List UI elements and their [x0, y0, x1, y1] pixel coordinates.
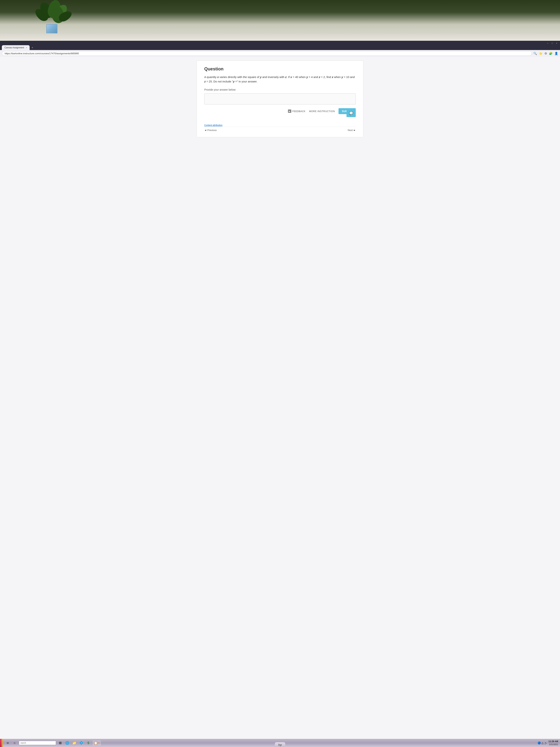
profile-icon[interactable]: 👤 [555, 52, 558, 55]
tab-label: Canvas Assignment [4, 46, 24, 49]
page-content: Question A quantity x varies directly wi… [0, 57, 560, 739]
search-icon[interactable]: 🔍 [533, 52, 537, 55]
feedback-label: FEEDBACK [292, 110, 305, 113]
taskbar-search-area[interactable]: ○ [12, 740, 18, 746]
chat-button[interactable]: 💬 [346, 109, 356, 117]
taskbar-stripe [1, 739, 3, 747]
feedback-button[interactable]: ▶ FEEDBACK [288, 109, 305, 113]
clock-date: 2/21/2021 [549, 743, 558, 746]
window-controls: ─ □ × [546, 42, 558, 45]
minimize-button[interactable]: ─ [546, 42, 549, 45]
previous-button[interactable]: Previous [204, 129, 217, 132]
plant-decoration [33, 0, 70, 37]
answer-input[interactable] [204, 93, 356, 104]
active-tab[interactable]: Canvas Assignment × [2, 45, 30, 50]
system-clock[interactable]: 11:29 AM 2/21/2021 [549, 740, 558, 746]
browser-tabs: Canvas Assignment × + [2, 45, 558, 50]
settings-icon[interactable]: ⚙ [544, 52, 547, 55]
taskbar-right: 🔵 △ 🔊 11:29 AM 2/21/2021 [538, 740, 558, 746]
tray-icon-speaker[interactable]: 🔊 [544, 742, 548, 744]
taskbar-pinned-app[interactable]: 📋25 [92, 740, 101, 746]
windowsill [0, 33, 560, 41]
favorites-icon[interactable]: ⭐ [539, 52, 542, 55]
content-attribution[interactable]: Content attribution [204, 124, 222, 127]
content-wrapper: Question A quantity x varies directly wi… [197, 60, 363, 137]
address-bar[interactable]: https://bartonline.instructure.com/cours… [2, 51, 532, 56]
extensions-icon[interactable]: 🧩 [549, 52, 553, 55]
action-row: ▶ FEEDBACK MORE INSTRUCTION SUBMIT 💬 [204, 108, 356, 114]
tray-icon-2[interactable]: △ [541, 742, 543, 744]
room-background [0, 0, 560, 41]
taskbar: ⊞ ○ ⊞ 🌐 📁 💠 $ 📋25 hp 🔵 △ 🔊 11:29 AM 2/21… [0, 739, 560, 747]
tab-close-icon[interactable]: × [26, 47, 27, 49]
question-title: Question [204, 66, 356, 72]
clock-time: 11:29 AM [549, 740, 558, 743]
taskbar-task-view[interactable]: ⊞ [57, 740, 63, 746]
new-tab-button[interactable]: + [30, 45, 35, 50]
hp-logo: hp [275, 742, 285, 747]
system-tray: 🔵 △ 🔊 [538, 742, 548, 744]
navigation-row: Previous Next [204, 127, 356, 132]
more-instruction-button[interactable]: MORE INSTRUCTION [309, 110, 335, 113]
next-button[interactable]: Next [348, 129, 356, 132]
browser-chrome: ─ □ × Canvas Assignment × + [0, 41, 560, 50]
address-bar-container: https://bartonline.instructure.com/cours… [0, 50, 560, 57]
feedback-icon: ▶ [288, 109, 291, 113]
taskbar-search-input[interactable] [19, 741, 56, 745]
browser-toolbar-icons: 🔍 ⭐ ⚙ 🧩 👤 [533, 52, 558, 55]
tray-icon-1[interactable]: 🔵 [538, 742, 541, 744]
taskbar-explorer[interactable]: 📁 [72, 740, 77, 746]
search-circle-icon: ○ [14, 741, 16, 745]
titlebar: ─ □ × [2, 42, 558, 45]
close-button[interactable]: × [555, 42, 558, 45]
taskbar-edge-browser[interactable]: 🌐 [64, 740, 70, 746]
taskbar-accent [0, 739, 1, 747]
start-button[interactable]: ⊞ [5, 741, 10, 745]
maximize-button[interactable]: □ [551, 42, 554, 45]
provide-label: Provide your answer below: [204, 88, 356, 91]
taskbar-app-3[interactable]: 💠 [79, 740, 84, 746]
question-text: A quantity x varies directly with the sq… [204, 75, 356, 84]
taskbar-app-4[interactable]: $ [85, 740, 91, 746]
url-text: https://bartonline.instructure.com/cours… [5, 52, 529, 55]
action-right: SUBMIT 💬 [339, 108, 356, 114]
